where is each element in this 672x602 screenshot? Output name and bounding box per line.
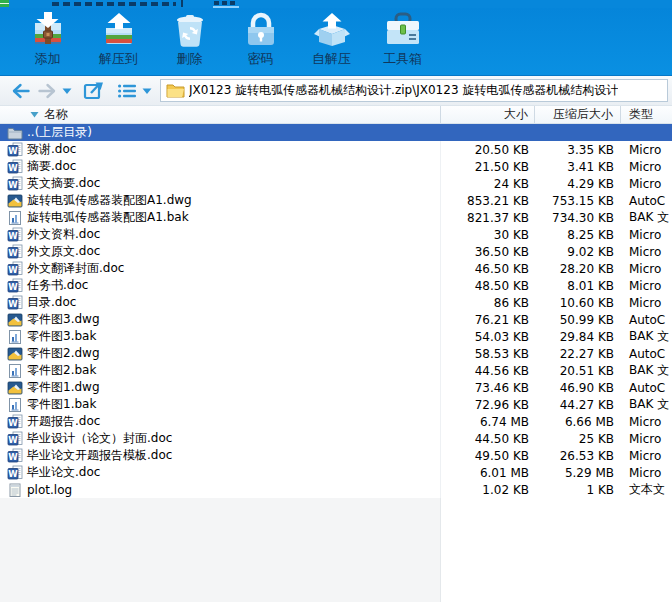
table-row[interactable]: W 摘要.doc 21.50 KB 3.41 KB Micro — [0, 158, 672, 175]
table-row[interactable]: 旋转电弧传感器装配图A1.bak 821.37 KB 734.30 KB BAK… — [0, 209, 672, 226]
bak-file-icon — [7, 210, 23, 226]
table-row[interactable]: 零件图1.dwg 73.46 KB 46.90 KB AutoC — [0, 379, 672, 396]
word-doc-icon: W — [7, 244, 23, 260]
file-name: 毕业论文开题报告模板.doc — [27, 447, 172, 464]
forward-button[interactable] — [34, 79, 60, 103]
file-packed-size: 28.20 KB — [535, 260, 621, 277]
view-mode-list-icon[interactable] — [114, 79, 140, 103]
file-name: 外文资料.doc — [27, 226, 100, 243]
view-mode-dropdown-icon[interactable] — [140, 79, 154, 103]
file-packed-size: 6.66 MB — [535, 413, 621, 430]
delete-trash-icon — [169, 11, 211, 51]
file-name: plot.log — [27, 483, 72, 497]
file-size: 30 KB — [441, 226, 535, 243]
file-packed-size: 20.51 KB — [535, 362, 621, 379]
word-doc-icon: W — [7, 142, 23, 158]
table-row[interactable]: W 开题报告.doc 6.74 MB 6.66 MB Micro — [0, 413, 672, 430]
table-row[interactable]: W 目录.doc 86 KB 10.60 KB Micro — [0, 294, 672, 311]
table-row[interactable]: 零件图2.bak 44.56 KB 20.51 KB BAK 文 — [0, 362, 672, 379]
file-size: 86 KB — [441, 294, 535, 311]
column-header-size[interactable]: 大小 — [441, 106, 535, 123]
dwg-drawing-icon — [7, 193, 23, 209]
titlebar-text-fragment — [214, 1, 238, 5]
column-header-type[interactable]: 类型 — [621, 106, 672, 123]
file-size: 58.53 KB — [441, 345, 535, 362]
table-row[interactable]: 零件图2.dwg 58.53 KB 22.27 KB AutoC — [0, 345, 672, 362]
table-row[interactable]: plot.log 1.02 KB 1 KB 文本文 — [0, 481, 672, 498]
table-row[interactable]: W 毕业设计（论文）封面.doc 44.50 KB 25 KB Micro — [0, 430, 672, 447]
file-packed-size: 4.29 KB — [535, 175, 621, 192]
toolbar-button[interactable]: 自解压 — [296, 9, 367, 73]
file-type: Micro — [621, 175, 672, 192]
toolbox-icon — [382, 11, 424, 51]
file-packed-size: 734.30 KB — [535, 209, 621, 226]
toolbar-button-label: 删除 — [177, 51, 203, 67]
file-packed-size: 46.90 KB — [535, 379, 621, 396]
dwg-drawing-icon — [7, 312, 23, 328]
folder-open-icon — [166, 83, 185, 98]
table-row[interactable]: 零件图1.bak 72.96 KB 44.27 KB BAK 文 — [0, 396, 672, 413]
column-header-name[interactable]: 名称 — [0, 106, 441, 123]
table-row[interactable]: 零件图3.bak 54.03 KB 29.84 KB BAK 文 — [0, 328, 672, 345]
table-row[interactable]: W 外文原文.doc 36.50 KB 9.02 KB Micro — [0, 243, 672, 260]
file-name: 旋转电弧传感器装配图A1.bak — [27, 209, 189, 226]
table-row[interactable]: W 外文翻译封面.doc 46.50 KB 28.20 KB Micro — [0, 260, 672, 277]
file-packed-size: 22.27 KB — [535, 345, 621, 362]
svg-text:W: W — [8, 434, 18, 444]
table-row[interactable]: W 毕业论文开题报告模板.doc 49.50 KB 26.53 KB Micro — [0, 447, 672, 464]
toolbar-button[interactable]: 解压到 — [83, 9, 154, 73]
bak-file-icon — [7, 329, 23, 345]
file-name: 外文翻译封面.doc — [27, 260, 124, 277]
file-type: AutoC — [621, 345, 672, 362]
archive-manager-window: 添加 解压到 删除 密码 自解压 工具箱 — [0, 0, 672, 602]
table-row[interactable]: W 外文资料.doc 30 KB 8.25 KB Micro — [0, 226, 672, 243]
dwg-drawing-icon — [7, 346, 23, 362]
table-row[interactable]: 旋转电弧传感器装配图A1.dwg 853.21 KB 753.15 KB Aut… — [0, 192, 672, 209]
table-row[interactable]: W 英文摘要.doc 24 KB 4.29 KB Micro — [0, 175, 672, 192]
word-doc-icon: W — [7, 261, 23, 277]
file-type: Micro — [621, 430, 672, 447]
file-size: 44.56 KB — [441, 362, 535, 379]
svg-text:W: W — [8, 468, 18, 478]
svg-text:W: W — [8, 179, 18, 189]
file-type: Micro — [621, 294, 672, 311]
file-name: 零件图1.bak — [27, 396, 96, 413]
file-type: Micro — [621, 226, 672, 243]
file-size: 6.74 MB — [441, 413, 535, 430]
file-name: 英文摘要.doc — [27, 175, 100, 192]
table-row[interactable]: W 毕业论文.doc 6.01 MB 5.29 MB Micro — [0, 464, 672, 481]
toolbar-button[interactable]: 密码 — [225, 9, 296, 73]
file-name: 毕业设计（论文）封面.doc — [27, 430, 172, 447]
self-extract-icon — [311, 11, 353, 51]
file-type: Micro — [621, 260, 672, 277]
file-size: 24 KB — [441, 175, 535, 192]
history-dropdown-icon[interactable] — [60, 79, 74, 103]
file-size — [441, 124, 535, 141]
password-lock-icon — [240, 11, 282, 51]
toolbar-button[interactable]: 添加 — [12, 9, 83, 73]
file-size: 73.46 KB — [441, 379, 535, 396]
word-doc-icon: W — [7, 465, 23, 481]
table-row[interactable]: W 致谢.doc 20.50 KB 3.35 KB Micro — [0, 141, 672, 158]
table-row[interactable]: ..(上层目录) — [0, 124, 672, 141]
table-row[interactable]: 零件图3.dwg 76.21 KB 50.99 KB AutoC — [0, 311, 672, 328]
toolbar-button[interactable]: 工具箱 — [367, 9, 438, 73]
table-row[interactable]: W 任务书.doc 48.50 KB 8.01 KB Micro — [0, 277, 672, 294]
file-name: 零件图3.dwg — [27, 311, 100, 328]
file-packed-size: 8.01 KB — [535, 277, 621, 294]
sort-descending-icon — [30, 111, 39, 118]
file-name: 零件图1.dwg — [27, 379, 100, 396]
svg-text:W: W — [8, 247, 18, 257]
word-doc-icon: W — [7, 448, 23, 464]
word-doc-icon: W — [7, 295, 23, 311]
file-type: Micro — [621, 413, 672, 430]
address-bar[interactable]: JX0123 旋转电弧传感器机械结构设计.zip\JX0123 旋转电弧传感器机… — [160, 79, 668, 102]
file-size: 821.37 KB — [441, 209, 535, 226]
svg-text:W: W — [8, 281, 18, 291]
file-packed-size: 1 KB — [535, 481, 621, 498]
toolbar-button[interactable]: 删除 — [154, 9, 225, 73]
column-header-label: 类型 — [629, 106, 653, 123]
open-archive-icon[interactable] — [80, 79, 108, 103]
back-button[interactable] — [8, 79, 34, 103]
column-header-packed-size[interactable]: 压缩后大小 — [535, 106, 621, 123]
